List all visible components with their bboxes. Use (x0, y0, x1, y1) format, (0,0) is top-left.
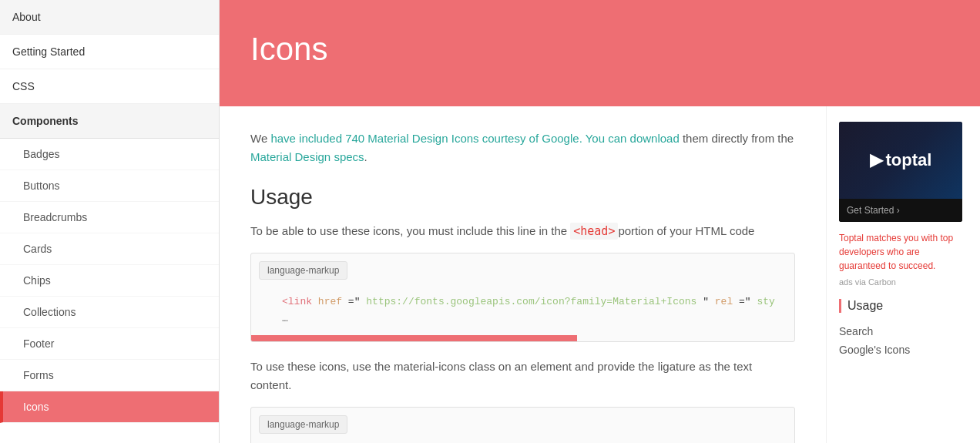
sidebar-item-breadcrumbs[interactable]: Breadcrumbs (0, 202, 219, 233)
sidebar: About Getting Started CSS Components Bad… (0, 0, 220, 443)
code-content-2: <i class =" material-icons "> add </i> (251, 440, 794, 443)
sidebar-item-footer[interactable]: Footer (0, 328, 219, 360)
intro-prefix: We (250, 132, 270, 145)
usage-desc-2: To use these icons, use the material-ico… (250, 357, 795, 394)
sidebar-item-buttons[interactable]: Buttons (0, 170, 219, 202)
code-attr-href: href (318, 296, 342, 307)
link-material-icons[interactable]: have included 740 Material Design Icons … (270, 132, 582, 145)
hero-banner: Icons (220, 0, 980, 106)
ad-cta-button[interactable]: Get Started › (847, 205, 900, 216)
sidebar-item-forms[interactable]: Forms (0, 360, 219, 391)
code-block-2: language-markup <i class =" material-ico… (250, 407, 795, 443)
code-label-1: language-markup (259, 261, 347, 280)
toc-item-search[interactable]: Search (839, 322, 968, 341)
code-label-2: language-markup (259, 415, 347, 434)
usage-heading: Usage (250, 185, 795, 210)
code-content-1: <link href =" https://fonts.googleapis.c… (251, 286, 794, 335)
sidebar-item-getting-started[interactable]: Getting Started (0, 35, 219, 69)
ad-block: ▶ toptal Get Started › (839, 122, 962, 222)
intro-suffix1: them directly from the (680, 132, 794, 145)
ad-cta-bar: Get Started › (839, 199, 962, 222)
main-body: We have included 740 Material Design Ico… (220, 106, 826, 443)
toc-item-googles-icons[interactable]: Google's Icons (839, 341, 968, 359)
main-content-area: Icons We have included 740 Material Desi… (220, 0, 980, 443)
sidebar-item-about[interactable]: About (0, 0, 219, 35)
sidebar-item-css[interactable]: CSS (0, 69, 219, 104)
right-sidebar: ▶ toptal Get Started › Toptal matches yo… (826, 106, 980, 443)
sidebar-item-icons[interactable]: Icons (0, 391, 219, 423)
intro-paragraph: We have included 740 Material Design Ico… (250, 129, 795, 166)
sidebar-item-cards[interactable]: Cards (0, 233, 219, 265)
sidebar-item-collections[interactable]: Collections (0, 297, 219, 328)
content-area: We have included 740 Material Design Ico… (220, 106, 980, 443)
code-href-value: https://fonts.googleapis.com/icon?family… (366, 296, 696, 307)
link-download[interactable]: You can download (586, 132, 680, 145)
intro-suffix2: . (364, 150, 368, 163)
usage-desc-1: To be able to use these icons, you must … (250, 222, 795, 240)
ad-image: ▶ toptal (839, 122, 962, 199)
ad-logo-arrow: ▶ (870, 150, 883, 170)
head-tag: <head> (570, 223, 618, 240)
ad-description: Toptal matches you with top developers w… (839, 231, 968, 273)
code-block-1: language-markup <link href =" https://fo… (250, 253, 795, 342)
sidebar-item-badges[interactable]: Badges (0, 139, 219, 170)
code-tag-link: <link (282, 296, 312, 307)
ad-logo: ▶ toptal (870, 150, 932, 170)
sidebar-item-chips[interactable]: Chips (0, 265, 219, 297)
sidebar-item-components[interactable]: Components (0, 104, 219, 139)
link-material-specs[interactable]: Material Design specs (250, 150, 364, 163)
code-rel-value: sty (757, 296, 774, 307)
toc-title: Usage (839, 299, 968, 313)
page-title: Icons (250, 31, 949, 68)
ad-credit: ads via Carbon (839, 277, 968, 287)
code-attr-rel: rel (715, 296, 733, 307)
ad-logo-text: toptal (886, 150, 932, 170)
code-scrollbar-1[interactable] (251, 335, 577, 341)
